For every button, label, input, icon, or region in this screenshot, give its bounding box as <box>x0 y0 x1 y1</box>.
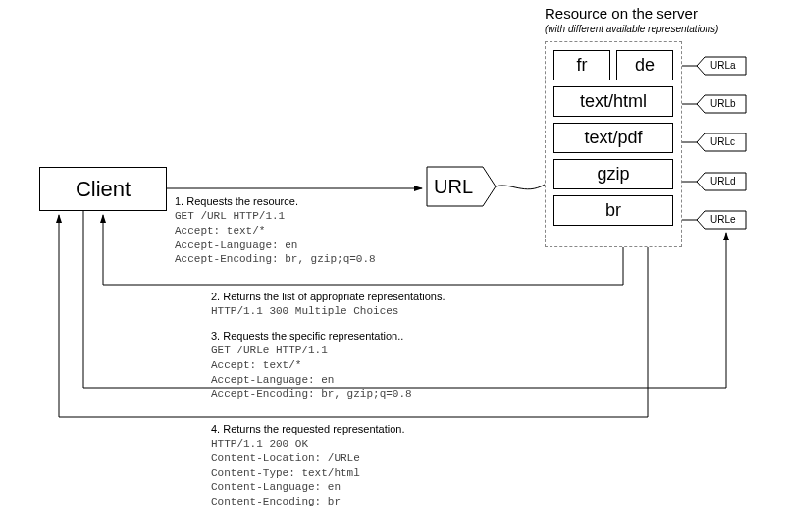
client-label: Client <box>76 177 131 202</box>
step-4-block: 4. Returns the requested representation.… <box>211 422 405 509</box>
step-2-title: 2. Returns the list of appropriate repre… <box>211 290 445 304</box>
step-1-block: 1. Requests the resource. GET /URL HTTP/… <box>175 194 376 267</box>
rep-row: text/pdf <box>553 123 673 153</box>
client-box: Client <box>39 167 167 211</box>
step-2-block: 2. Returns the list of appropriate repre… <box>211 290 445 319</box>
rep-cell: gzip <box>553 159 673 189</box>
rep-row: gzip <box>553 159 673 189</box>
step-3-title: 3. Requests the specific representation.… <box>211 329 412 344</box>
url-tag: URLd <box>710 176 736 186</box>
step-4-title: 4. Returns the requested representation. <box>211 422 405 437</box>
url-tag: URLb <box>710 98 736 109</box>
rep-row: fr de <box>553 50 673 80</box>
step-1-title: 1. Requests the resource. <box>175 194 376 209</box>
rep-row: text/html <box>553 86 673 117</box>
step-3-block: 3. Requests the specific representation.… <box>211 329 412 401</box>
url-label: URL <box>434 176 473 198</box>
step-1-lines: GET /URL HTTP/1.1 Accept: text/* Accept-… <box>175 209 376 267</box>
url-tag: URLa <box>710 60 736 71</box>
rep-cell: fr <box>553 50 610 80</box>
server-resource-box: fr de text/html text/pdf gzip br <box>545 41 682 247</box>
rep-cell: text/html <box>553 86 673 117</box>
url-tag: URLe <box>710 214 736 225</box>
step-4-lines: HTTP/1.1 200 OK Content-Location: /URLe … <box>211 437 405 509</box>
rep-cell: de <box>616 50 673 80</box>
server-subtitle: (with different available representation… <box>545 24 718 34</box>
rep-cell: text/pdf <box>553 123 673 153</box>
rep-cell: br <box>553 195 673 226</box>
step-3-lines: GET /URLe HTTP/1.1 Accept: text/* Accept… <box>211 344 412 401</box>
step-2-lines: HTTP/1.1 300 Multiple Choices <box>211 304 445 319</box>
rep-row: br <box>553 195 673 226</box>
diagram-canvas: Client URL Resource on the server (with … <box>0 0 786 532</box>
server-title: Resource on the server <box>545 5 698 22</box>
url-tag: URLc <box>710 136 735 147</box>
